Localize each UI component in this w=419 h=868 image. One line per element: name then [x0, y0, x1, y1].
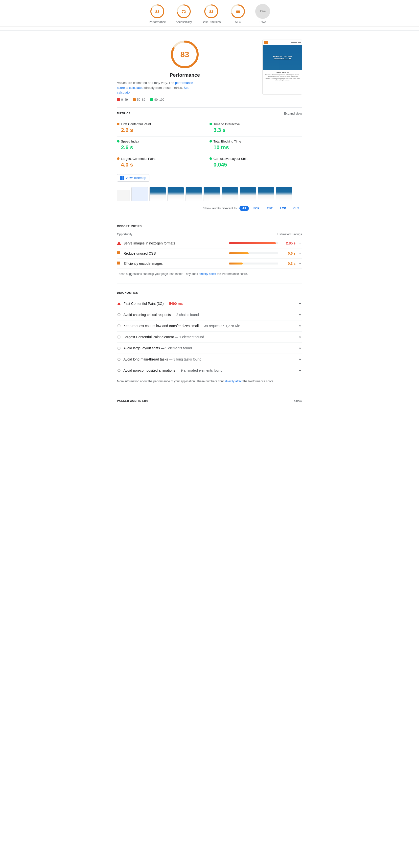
score-item-accessibility[interactable]: 72 Accessibility — [175, 4, 192, 24]
chevron-icon-requests[interactable] — [298, 324, 302, 328]
screenshot-image: WHALES & DOLPHINSIN PONTA DELGADA GIANT … — [263, 40, 302, 94]
score-value-seo: 69 — [236, 9, 240, 13]
metric-dot-cls — [210, 157, 212, 160]
chevron-icon-nextgen[interactable] — [298, 241, 302, 245]
opp-bar-fill-nextgen — [229, 242, 276, 244]
scores-bar: 83 Performance 72 Accessibility 83 Best … — [0, 0, 419, 27]
chevron-icon-chaining[interactable] — [298, 313, 302, 317]
opp-item-css[interactable]: Reduce unused CSS 0.6 s — [117, 248, 302, 258]
legend-label-red: 0–49 — [121, 98, 128, 101]
score-circle-accessibility: 72 — [176, 4, 191, 19]
treemap-button-label: View Treemap — [126, 176, 146, 180]
metric-value-fcp: 2.6 s — [117, 127, 210, 133]
opportunities-column-headers: Opportunity Estimated Savings — [117, 231, 302, 238]
score-item-seo[interactable]: 69 SEO — [230, 4, 245, 24]
opp-bar-fill-encode — [229, 262, 243, 265]
main-content: 83 Performance Values are estimated and … — [113, 35, 306, 412]
diagnostics-note: More information about the performance o… — [117, 379, 302, 383]
score-item-performance[interactable]: 83 Performance — [149, 4, 166, 24]
site-menu — [291, 42, 301, 43]
treemap-icon — [120, 176, 124, 180]
diag-item-long-tasks[interactable]: Avoid long main-thread tasks — 3 long ta… — [117, 354, 302, 365]
score-label-accessibility: Accessibility — [175, 20, 192, 24]
filter-fcp[interactable]: FCP — [251, 206, 262, 211]
diag-item-layout-shifts[interactable]: Avoid large layout shifts — 5 elements f… — [117, 343, 302, 354]
diag-text-layout-shifts: Avoid large layout shifts — 5 elements f… — [123, 346, 296, 350]
legend-dot-green — [150, 98, 153, 101]
legend-item-red: 0–49 — [117, 98, 128, 101]
chevron-icon-layout-shifts[interactable] — [298, 346, 302, 350]
opp-icon-css — [117, 251, 121, 255]
diag-text-requests: Keep request counts low and transfer siz… — [123, 324, 296, 328]
filter-all[interactable]: All — [239, 206, 249, 211]
chevron-icon-fcp3g[interactable] — [298, 302, 302, 306]
filter-cls[interactable]: CLS — [291, 206, 302, 211]
metric-dot-tbt — [210, 140, 212, 143]
filmstrip-frame-1 — [117, 190, 130, 201]
legend-dot-red — [117, 98, 120, 101]
expand-view-link[interactable]: Expand view — [284, 112, 302, 115]
diag-note-link[interactable]: directly affect — [225, 379, 243, 383]
filter-tbt[interactable]: TBT — [264, 206, 275, 211]
diagnostics-title: DIAGNOSTICS — [117, 291, 138, 294]
show-passed-button[interactable]: Show — [294, 399, 302, 403]
opp-icon-encode — [117, 261, 121, 266]
opp-col2: Estimated Savings — [278, 232, 302, 236]
treemap-button[interactable]: View Treemap — [117, 174, 150, 182]
score-circle-performance: 83 — [150, 4, 165, 19]
metric-lcp: Largest Contentful Paint 4.0 s — [117, 154, 210, 171]
metric-dot-lcp — [117, 157, 120, 160]
metric-cls: Cumulative Layout Shift 0.045 — [210, 154, 302, 171]
score-item-best-practices[interactable]: 83 Best Practices — [202, 4, 221, 24]
diag-item-requests[interactable]: Keep request counts low and transfer siz… — [117, 320, 302, 332]
diag-item-animations[interactable]: Avoid non-composited animations — 9 anim… — [117, 365, 302, 376]
metric-dot-si — [117, 140, 120, 143]
screenshot-subtitle: GIANT WHALES — [264, 71, 301, 73]
chevron-icon-lcp-element[interactable] — [298, 335, 302, 339]
diag-item-chaining[interactable]: Avoid chaining critical requests — 2 cha… — [117, 309, 302, 320]
opp-item-encode[interactable]: Efficiently encode images 0.3 s — [117, 258, 302, 269]
opp-bar-nextgen — [229, 242, 278, 244]
filter-lcp[interactable]: LCP — [277, 206, 289, 211]
diag-item-lcp-element[interactable]: Largest Contentful Paint element — 1 ele… — [117, 332, 302, 343]
performance-description: Values are estimated and may vary. The p… — [117, 81, 201, 95]
opp-col1: Opportunity — [117, 232, 132, 236]
diag-text-lcp-element: Largest Contentful Paint element — 1 ele… — [123, 335, 296, 339]
chevron-icon-encode[interactable] — [298, 261, 302, 266]
opp-name-encode: Efficiently encode images — [123, 261, 226, 266]
score-value-performance: 83 — [155, 9, 160, 13]
diag-icon-animations — [117, 368, 121, 372]
opportunities-title: OPPORTUNITIES — [117, 225, 142, 228]
chevron-icon-css[interactable] — [298, 251, 302, 255]
passed-audits-title: PASSED AUDITS (30) — [117, 399, 148, 402]
score-label-performance: Performance — [149, 20, 166, 24]
opp-note-link[interactable]: directly affect — [199, 272, 216, 276]
filmstrip-frame-7 — [222, 187, 238, 201]
opportunities-note: These suggestions can help your page loa… — [117, 272, 302, 276]
opp-name-css: Reduce unused CSS — [123, 251, 226, 255]
opp-item-nextgen[interactable]: Serve images in next-gen formats 2.85 s — [117, 238, 302, 248]
metric-tbt: Total Blocking Time 10 ms — [210, 136, 302, 154]
legend-dot-orange — [133, 98, 136, 101]
chevron-icon-animations[interactable] — [298, 368, 302, 372]
opp-name-nextgen: Serve images in next-gen formats — [123, 241, 226, 245]
score-legend: 0–49 50–89 90–100 — [117, 98, 164, 101]
metric-name-tti: Time to Interactive — [214, 122, 240, 126]
big-score-circle: 83 — [170, 39, 200, 69]
score-label-best-practices: Best Practices — [202, 20, 221, 24]
opp-savings-encode: 0.3 s — [283, 261, 296, 266]
score-label-seo: SEO — [235, 20, 241, 24]
screenshot-body-text: This is one of our most popular tours an… — [264, 74, 301, 81]
performance-score-section: 83 Performance Values are estimated and … — [117, 39, 253, 101]
diagnostics-header: DIAGNOSTICS — [117, 291, 302, 294]
chevron-icon-long-tasks[interactable] — [298, 357, 302, 361]
score-value-best-practices: 83 — [209, 9, 214, 13]
filmstrip — [117, 185, 302, 204]
metric-name-fcp: First Contentful Paint — [121, 122, 151, 126]
diag-item-fcp3g[interactable]: First Contentful Paint (3G) — 5490 ms — [117, 298, 302, 309]
metric-fcp: First Contentful Paint 2.6 s — [117, 119, 210, 136]
filmstrip-frame-8 — [240, 187, 256, 201]
legend-label-green: 90–100 — [154, 98, 164, 101]
opp-icon-nextgen — [117, 241, 121, 245]
score-item-pwa[interactable]: PWA PWA — [255, 4, 270, 24]
